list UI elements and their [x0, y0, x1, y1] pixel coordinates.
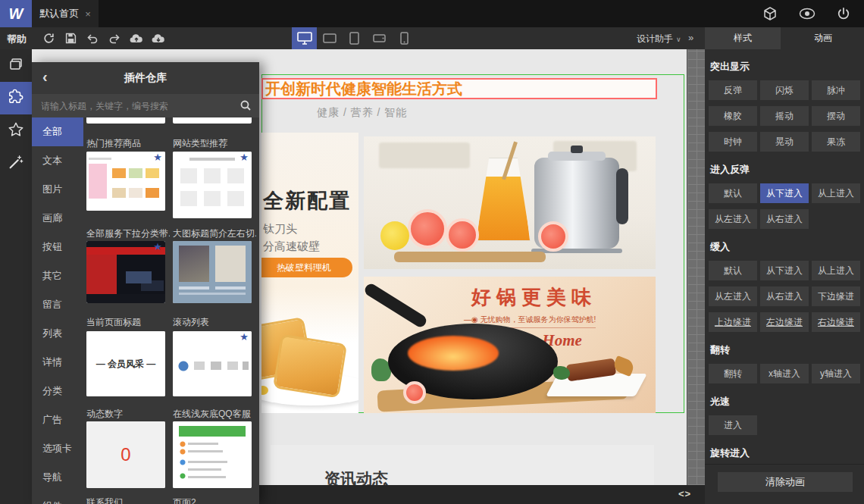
- back-chevron-icon[interactable]: ‹: [42, 68, 48, 86]
- anim-button[interactable]: 左边缘进: [760, 312, 809, 332]
- banner-button[interactable]: 热破壁料理机: [261, 258, 352, 277]
- plugin-item-card[interactable]: [173, 421, 252, 488]
- preview-eye-icon[interactable]: [799, 8, 815, 20]
- topbar-actions: [762, 0, 864, 27]
- sidebar-item-magic-wand[interactable]: [0, 147, 32, 180]
- category-item[interactable]: 其它: [32, 261, 83, 290]
- cloud-download-icon[interactable]: [152, 32, 165, 45]
- category-item[interactable]: 全部: [32, 117, 83, 146]
- code-view-icon[interactable]: <>: [678, 488, 691, 499]
- anim-button[interactable]: 脉冲: [812, 80, 860, 100]
- plugin-item-card[interactable]: ★: [86, 152, 165, 211]
- star-icon[interactable]: ★: [239, 331, 249, 343]
- device-tablet-landscape-button[interactable]: [317, 27, 342, 49]
- category-item[interactable]: 画廊: [32, 204, 83, 233]
- plugin-item-card[interactable]: [86, 117, 165, 124]
- star-icon[interactable]: ★: [153, 241, 162, 252]
- app-logo[interactable]: W: [0, 0, 32, 27]
- anim-button[interactable]: 摆动: [812, 106, 860, 126]
- category-item[interactable]: 选项卡: [32, 434, 83, 463]
- category-item[interactable]: 组件: [32, 492, 83, 504]
- plugin-item-card[interactable]: ★: [86, 241, 165, 303]
- anim-button[interactable]: 时钟: [709, 132, 757, 152]
- device-desktop-button[interactable]: [292, 27, 317, 49]
- plugin-item-card[interactable]: [173, 241, 252, 303]
- anim-button-selected[interactable]: 从下进入: [760, 183, 809, 203]
- sidebar-item-pages[interactable]: [0, 49, 32, 82]
- news-section-heading[interactable]: 资讯动态: [324, 468, 388, 485]
- category-item[interactable]: 列表: [32, 319, 83, 348]
- plugin-search-input[interactable]: [32, 94, 259, 117]
- sidebar-item-plugins[interactable]: [0, 82, 32, 114]
- tab-animation[interactable]: 动画: [782, 27, 864, 49]
- star-icon[interactable]: ★: [153, 152, 162, 163]
- plugin-item-card[interactable]: [173, 117, 252, 124]
- anim-button[interactable]: 从左进入: [709, 286, 757, 306]
- anim-button[interactable]: 从右进入: [760, 209, 809, 229]
- refresh-icon[interactable]: [42, 32, 55, 45]
- section-title: 进入反弹: [710, 163, 860, 177]
- preview-cube-icon[interactable]: [762, 6, 778, 21]
- redo-icon[interactable]: [108, 32, 121, 45]
- page-tab[interactable]: 默认首页 ×: [32, 0, 99, 27]
- category-item[interactable]: 文本: [32, 146, 83, 175]
- product-banner[interactable]: 全新配置 钛刀头 分高速破壁 热破壁料理机: [261, 133, 358, 413]
- anim-button[interactable]: y轴进入: [812, 364, 860, 383]
- collapse-panel-button[interactable]: »: [688, 32, 693, 43]
- search-icon[interactable]: [239, 99, 252, 114]
- canvas-heading-selected[interactable]: 开创新时代健康智能生活方式: [261, 78, 657, 99]
- anim-button[interactable]: 从左进入: [709, 209, 757, 229]
- device-phone-portrait-button[interactable]: [392, 27, 417, 49]
- anim-button[interactable]: 翻转: [709, 364, 757, 383]
- anim-button[interactable]: 从下进入: [760, 261, 809, 280]
- wok-title: 好锅更美味: [471, 284, 596, 311]
- anim-button[interactable]: 闪烁: [760, 80, 809, 100]
- anim-button[interactable]: 右边缘进: [812, 312, 860, 332]
- anim-button[interactable]: 从上进入: [812, 261, 860, 280]
- anim-button[interactable]: 默认: [709, 183, 757, 203]
- close-tab-icon[interactable]: ×: [85, 8, 91, 20]
- anim-button[interactable]: 摇动: [760, 106, 809, 126]
- anim-button[interactable]: 果冻: [812, 132, 860, 152]
- category-item[interactable]: 按钮: [32, 233, 83, 261]
- clear-animation-button[interactable]: 清除动画: [718, 472, 853, 492]
- category-item[interactable]: 留言: [32, 290, 83, 319]
- banner-line2: 分高速破壁: [263, 239, 320, 254]
- category-item[interactable]: 详情: [32, 348, 83, 377]
- anim-button[interactable]: 默认: [709, 261, 757, 280]
- save-icon[interactable]: [64, 32, 77, 45]
- anim-button[interactable]: 从右进入: [760, 286, 809, 306]
- anim-button[interactable]: 下边缘进: [812, 286, 860, 306]
- kettle-image[interactable]: [364, 136, 656, 269]
- device-phone-landscape-button[interactable]: [367, 27, 392, 49]
- category-item[interactable]: 广告: [32, 405, 83, 434]
- help-button[interactable]: 帮助: [7, 33, 27, 46]
- power-icon[interactable]: [837, 7, 850, 20]
- wok-banner-image[interactable]: 好锅更美味 无忧购物，至诚服务为你保驾护航! Warm Home: [364, 277, 656, 413]
- category-item[interactable]: 导航: [32, 463, 83, 492]
- anim-button[interactable]: 从上进入: [812, 183, 860, 203]
- plugin-categories: 全部 文本 图片 画廊 按钮 其它 留言 列表 详情 分类 广告 选项卡 导航 …: [32, 117, 83, 504]
- plugin-item-card[interactable]: — 会员风采 —: [86, 331, 165, 396]
- star-icon[interactable]: ★: [239, 152, 249, 163]
- design-assistant-dropdown[interactable]: 设计助手∨: [637, 33, 681, 45]
- art: [553, 366, 570, 380]
- plugin-item-card[interactable]: ★: [173, 331, 252, 396]
- category-item[interactable]: 图片: [32, 175, 83, 204]
- anim-button[interactable]: 晃动: [760, 132, 809, 152]
- canvas-scrollbar[interactable]: [687, 49, 705, 485]
- plugin-item-card[interactable]: ★: [173, 152, 252, 218]
- category-item[interactable]: 分类: [32, 377, 83, 405]
- device-tablet-portrait-button[interactable]: [342, 27, 367, 49]
- anim-button[interactable]: x轴进入: [760, 364, 809, 383]
- anim-button[interactable]: 橡胶: [709, 106, 757, 126]
- plugin-item-card[interactable]: 0: [86, 421, 165, 488]
- cloud-upload-icon[interactable]: [130, 32, 143, 45]
- anim-button[interactable]: 反弹: [709, 80, 757, 100]
- canvas-subtitle[interactable]: 健康 / 营养 / 智能: [317, 106, 407, 120]
- anim-button[interactable]: 上边缘进: [709, 312, 757, 332]
- anim-button[interactable]: 进入: [709, 415, 757, 435]
- sidebar-item-favorites[interactable]: [0, 114, 32, 147]
- tab-style[interactable]: 样式: [705, 27, 781, 49]
- undo-icon[interactable]: [86, 32, 99, 45]
